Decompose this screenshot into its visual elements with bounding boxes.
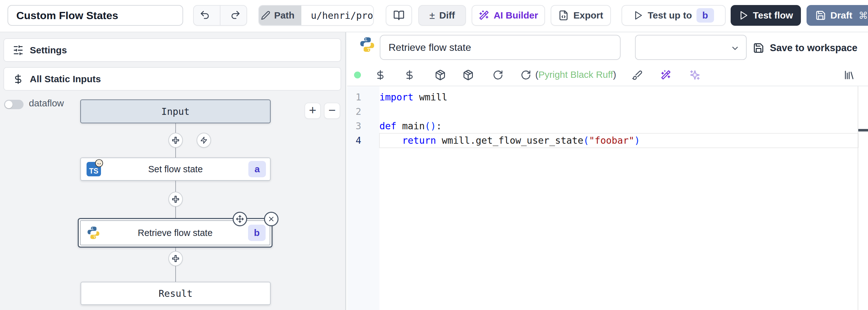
dataflow-label: dataflow bbox=[29, 98, 64, 109]
package-button[interactable] bbox=[462, 69, 474, 81]
diff-label: Diff bbox=[439, 10, 455, 21]
insert-step-button[interactable] bbox=[168, 133, 183, 148]
chevron-down-icon bbox=[730, 44, 740, 53]
settings-card[interactable]: Settings bbox=[3, 38, 341, 62]
pencil-icon bbox=[261, 11, 270, 20]
package-icon bbox=[435, 69, 446, 81]
undo-button[interactable] bbox=[194, 6, 215, 25]
assistants-paren: ( bbox=[535, 69, 538, 80]
refresh-icon bbox=[521, 69, 531, 80]
save-to-workspace-label: Save to workspace bbox=[770, 43, 857, 54]
overview-ruler bbox=[858, 86, 858, 310]
docs-button[interactable] bbox=[386, 5, 412, 26]
dataflow-toggle[interactable] bbox=[4, 100, 24, 109]
draft-shortcut: ⌘S bbox=[859, 10, 868, 21]
dollar-icon bbox=[13, 74, 24, 84]
insert-step-button[interactable] bbox=[168, 251, 183, 266]
test-up-to-label: Test up to bbox=[648, 10, 692, 21]
status-dot-icon bbox=[354, 72, 361, 79]
code-lines[interactable]: import wmilldef main(): return wmill.get… bbox=[379, 86, 858, 310]
plus-minus-icon: ± bbox=[429, 10, 435, 21]
zoom-in-button[interactable]: + bbox=[305, 103, 321, 119]
windmill-flow-editor: Path u/henri/pro ± Diff AI Builder Expor… bbox=[0, 0, 868, 310]
draft-label: Draft bbox=[830, 10, 852, 21]
code-line[interactable]: import wmill bbox=[379, 90, 858, 105]
play-icon bbox=[633, 10, 643, 20]
all-static-inputs-card[interactable]: All Static Inputs bbox=[3, 67, 341, 91]
magic-wand-icon bbox=[660, 69, 671, 80]
package-button[interactable] bbox=[434, 69, 446, 81]
package-icon bbox=[463, 69, 474, 81]
plus-icon bbox=[172, 136, 180, 144]
variable-picker-button[interactable] bbox=[374, 69, 386, 81]
test-flow-label: Test flow bbox=[753, 10, 793, 21]
close-icon bbox=[268, 215, 275, 223]
divider bbox=[220, 6, 220, 25]
redo-icon bbox=[230, 10, 241, 21]
flow-node-input[interactable]: Input bbox=[80, 100, 271, 123]
test-flow-button[interactable]: Test flow bbox=[731, 5, 801, 26]
flow-node-set-flow-state[interactable]: TS Set flow state a bbox=[80, 158, 271, 181]
test-up-to-button[interactable]: Test up to b bbox=[622, 5, 725, 26]
step-name-input[interactable] bbox=[380, 35, 621, 60]
step-badge-b: b bbox=[248, 225, 266, 241]
flow-panel: Settings All Static Inputs dataflow + − … bbox=[0, 32, 346, 310]
plus-icon bbox=[172, 195, 180, 203]
save-icon bbox=[753, 43, 764, 54]
ai-builder-label: AI Builder bbox=[494, 10, 538, 21]
draft-save-button[interactable]: Draft ⌘S bbox=[807, 5, 868, 26]
flow-node-result[interactable]: Result bbox=[81, 282, 271, 305]
dollar-icon bbox=[404, 69, 415, 80]
line-number: 2 bbox=[347, 105, 370, 119]
python-icon bbox=[359, 36, 376, 53]
book-open-icon bbox=[393, 10, 405, 21]
line-number: 4 bbox=[347, 133, 370, 148]
delete-step-button[interactable] bbox=[264, 212, 278, 226]
export-button[interactable]: Export bbox=[551, 5, 611, 26]
editor-gutter: 1234 bbox=[347, 86, 379, 310]
library-button[interactable] bbox=[843, 69, 856, 81]
library-icon bbox=[843, 69, 855, 81]
sparkles-icon bbox=[689, 69, 701, 81]
dollar-icon bbox=[375, 69, 386, 80]
bun-icon bbox=[95, 159, 103, 168]
path-button[interactable]: Path bbox=[258, 6, 301, 25]
step-badge-a: a bbox=[248, 161, 266, 177]
redo-button[interactable] bbox=[225, 6, 246, 25]
trigger-button[interactable] bbox=[197, 133, 211, 148]
plus-icon bbox=[172, 254, 180, 263]
path-value[interactable]: u/henri/pro bbox=[306, 6, 374, 25]
zoom-out-button[interactable]: − bbox=[324, 103, 340, 119]
code-editor[interactable]: 1234 import wmilldef main(): return wmil… bbox=[347, 86, 868, 310]
play-icon bbox=[739, 10, 748, 20]
code-line[interactable]: def main(): bbox=[379, 119, 858, 133]
code-line[interactable] bbox=[379, 105, 858, 119]
toggle-knob bbox=[5, 101, 12, 108]
step-badge-b: b bbox=[696, 8, 714, 23]
save-to-workspace-button[interactable]: Save to workspace bbox=[753, 38, 857, 57]
line-number: 3 bbox=[347, 119, 370, 133]
format-code-button[interactable] bbox=[631, 69, 644, 81]
diff-button[interactable]: ± Diff bbox=[418, 5, 466, 26]
topbar: Path u/henri/pro ± Diff AI Builder Expor… bbox=[0, 0, 868, 32]
resource-picker-button[interactable] bbox=[403, 69, 416, 81]
ai-builder-button[interactable]: AI Builder bbox=[472, 5, 545, 26]
code-line[interactable]: return wmill.get_flow_user_state("foobar… bbox=[379, 133, 858, 148]
ai-suggest-button[interactable] bbox=[689, 69, 701, 81]
language-select[interactable] bbox=[635, 35, 747, 60]
settings-label: Settings bbox=[30, 45, 67, 56]
move-icon bbox=[236, 215, 244, 223]
reload-button[interactable] bbox=[520, 69, 532, 81]
save-icon bbox=[815, 10, 826, 21]
insert-step-button[interactable] bbox=[168, 192, 183, 207]
node-label: Set flow state bbox=[148, 164, 203, 174]
line-number: 1 bbox=[347, 90, 370, 105]
ai-edit-button[interactable] bbox=[659, 69, 672, 81]
code-assistants-label[interactable]: (Pyright Black Ruff) bbox=[535, 64, 616, 86]
editor-toolbar: (Pyright Black Ruff) bbox=[347, 64, 868, 86]
flow-name-input[interactable] bbox=[7, 5, 183, 26]
static-inputs-label: All Static Inputs bbox=[30, 74, 101, 84]
reload-button[interactable] bbox=[492, 69, 504, 81]
move-step-button[interactable] bbox=[233, 212, 247, 226]
node-label: Retrieve flow state bbox=[138, 228, 213, 238]
